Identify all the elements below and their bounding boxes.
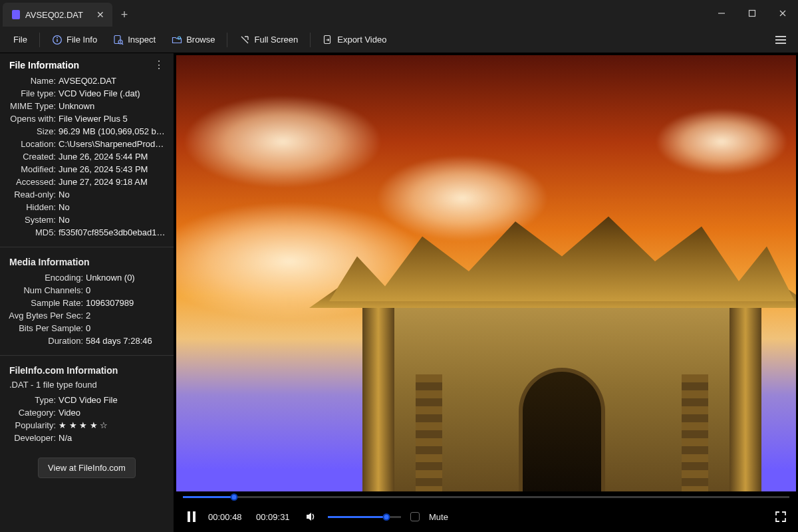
minimize-button[interactable] [706,0,737,27]
property-label: MD5: [7,227,59,237]
property-label: Location: [7,139,59,149]
browse-label: Browse [186,35,215,45]
tab-close-icon[interactable]: ✕ [96,9,104,20]
property-value: ★ ★ ★ ★ ☆ [59,420,167,430]
maximize-button[interactable] [737,0,767,27]
property-value: File Viewer Plus 5 [59,114,167,124]
menu-button[interactable] [770,30,791,50]
property-label: Opens with: [7,114,59,124]
property-row: Opens with:File Viewer Plus 5 [7,112,167,125]
toolbar: File File Info Inspect Browse Full Scree… [0,27,798,53]
property-value: VCD Video File [59,395,167,405]
fileinfo-rows: Type:VCD Video FileCategory:VideoPopular… [0,394,174,450]
svg-line-9 [122,43,123,45]
full-screen-button[interactable]: Full Screen [233,31,305,49]
play-pause-button[interactable] [184,509,199,524]
property-label: Avg Bytes Per Sec: [7,311,86,321]
full-screen-label: Full Screen [254,35,298,45]
file-menu-label: File [13,35,27,45]
volume-slider[interactable] [328,515,401,519]
fileinfo-heading: FileInfo.com Information [0,358,174,380]
info-sidebar: File Information ⋮ Name:AVSEQ02.DATFile … [0,53,174,532]
browse-button[interactable]: Browse [165,31,221,49]
total-time: 00:09:31 [256,512,295,522]
property-label: File type: [7,88,59,98]
mute-checkbox[interactable] [410,512,420,521]
property-row: Hidden:No [7,201,167,213]
property-value: Unknown [59,101,167,111]
property-value: 96.29 MB (100,969,052 bytes) [59,126,167,136]
playback-controls: 00:00:48 00:09:31 Mute [175,502,797,531]
video-frame[interactable] [176,55,796,491]
volume-icon[interactable] [304,509,319,524]
fullscreen-icon [239,35,250,45]
new-tab-button[interactable]: + [112,3,136,27]
property-value: VCD Video File (.dat) [59,88,167,98]
separator [0,247,174,247]
property-value: 0 [86,323,167,333]
property-label: Type: [7,395,59,405]
svg-rect-13 [193,511,196,522]
property-label: Read-only: [7,190,59,200]
media-info-heading: Media Information [0,250,174,271]
property-label: Created: [7,152,59,162]
property-label: Encoding: [7,273,86,283]
expand-button[interactable] [773,509,788,524]
property-row: Type:VCD Video File [7,394,167,406]
svg-point-6 [57,37,58,38]
property-value: Video [59,408,167,418]
property-row: Bits Per Sample:0 [7,322,167,334]
property-value: No [59,202,167,212]
export-video-label: Export Video [337,35,386,45]
close-window-button[interactable] [767,0,798,27]
property-label: Accessed: [7,177,59,187]
separator [310,33,311,47]
property-label: Duration: [7,336,86,346]
file-tab[interactable]: AVSEQ02.DAT ✕ [3,3,112,27]
panel-menu-icon[interactable]: ⋮ [154,60,164,70]
separator [39,33,40,47]
svg-rect-7 [114,35,120,43]
video-area: 00:00:48 00:09:31 Mute [174,53,798,532]
property-value: June 26, 2024 5:43 PM [59,164,167,174]
file-menu[interactable]: File [7,31,34,49]
export-video-button[interactable]: Export Video [316,31,393,49]
property-row: Location:C:\Users\SharpenedProducti… [7,138,167,150]
inspect-button[interactable]: Inspect [106,31,162,49]
file-info-rows: Name:AVSEQ02.DATFile type:VCD Video File… [0,74,174,244]
inspect-label: Inspect [128,35,156,45]
mute-label: Mute [429,512,448,522]
media-info-rows: Encoding:Unknown (0)Num Channels:0Sample… [0,271,174,352]
file-info-label: File Info [66,35,97,45]
svg-rect-1 [749,11,755,17]
property-label: System: [7,215,59,225]
property-row: Duration:584 days 7:28:46 [7,334,167,347]
property-row: Name:AVSEQ02.DAT [7,74,167,87]
property-row: Accessed:June 27, 2024 9:18 AM [7,176,167,188]
property-label: Bits Per Sample: [7,323,86,333]
property-value: f535f07cf855e3db0ebad16d67… [59,227,167,237]
export-icon [323,35,333,45]
property-value: AVSEQ02.DAT [59,76,167,86]
property-label: MIME Type: [7,101,59,111]
property-row: System:No [7,213,167,226]
seek-thumb[interactable] [230,493,237,501]
property-value: No [59,215,167,225]
property-value: 2 [86,311,167,321]
property-label: Num Channels: [7,285,86,295]
property-row: MIME Type:Unknown [7,100,167,112]
property-label: Name: [7,76,59,86]
volume-thumb[interactable] [383,513,390,521]
property-label: Sample Rate: [7,298,86,308]
property-row: Popularity:★ ★ ★ ★ ☆ [7,419,167,432]
property-label: Popularity: [7,420,59,430]
property-row: File type:VCD Video File (.dat) [7,87,167,100]
svg-point-10 [178,37,181,39]
property-label: Hidden: [7,202,59,212]
file-info-button[interactable]: File Info [45,31,104,49]
view-fileinfo-button[interactable]: View at FileInfo.com [38,458,136,478]
property-label: Modified: [7,164,59,174]
file-info-heading: File Information [9,60,79,70]
property-value: 0 [86,285,167,295]
seek-bar[interactable] [183,491,789,502]
